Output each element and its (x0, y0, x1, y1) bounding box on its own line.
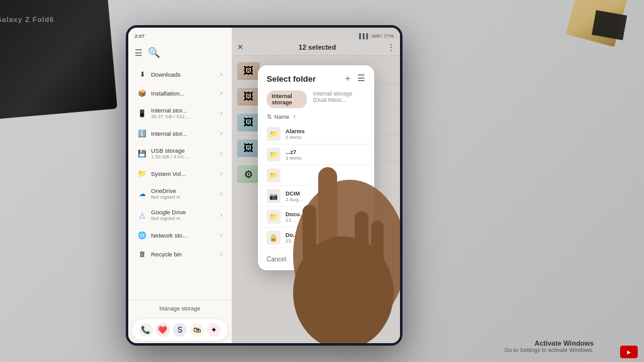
sidebar-item-downloads[interactable]: ⬇ Downloads (131, 65, 229, 83)
sidebar-item-internal1[interactable]: 📱 Internal stor...38.37 GB / 512... (131, 103, 229, 123)
network-icon: 🌐 (137, 230, 147, 240)
main-content: ✕ 12 selected ⋮ 🖼 2...UI Home.jpg 0.96 M… (232, 28, 400, 343)
sidebar-item-onedrive[interactable]: ☁ OneDriveNot signed in (131, 184, 229, 204)
sidebar-item-label-downloads: Downloads (151, 71, 180, 78)
hamburger-icon[interactable]: ☰ (135, 48, 143, 58)
sidebar-item-label-internal1: Internal stor...38.37 GB / 512... (151, 107, 189, 119)
sidebar-item-system[interactable]: 📁 System Vol... (131, 165, 229, 182)
sidebar-dock: 📞 ❤️ S 🛍 ✦ (132, 319, 228, 341)
dialog-actions: Cancel (258, 248, 374, 270)
sidebar: ☰ 🔍 ⬇ Downloads 📦 Installation... 📱 Inte… (128, 28, 232, 343)
dialog-file-list: 📁 Alarms 0 items 📁 ...z7 3 items (258, 123, 374, 248)
dialog-tab-dual-label: Internal storage (Dual Mess... (313, 90, 365, 108)
internal1-icon: 📱 (137, 108, 147, 118)
folder-do-icon: 🔒 (267, 231, 280, 244)
folder-dcim-info: DCIM 2 Aug... (286, 190, 303, 202)
dialog-menu-icon[interactable]: ☰ (357, 73, 365, 84)
downloads-icon: ⬇ (137, 69, 147, 79)
status-bar: 2:07 ▌▌▌ WiFi 77% (128, 30, 400, 41)
folder-do-info: Do... 23 ... (286, 232, 298, 244)
battery-indicator: 77% (384, 33, 394, 39)
dialog-header-icons: ＋ ☰ (343, 73, 365, 84)
youtube-icon[interactable] (620, 346, 638, 358)
folder-empty-icon: 📁 (267, 168, 280, 182)
sidebar-item-label-network: Network sto... (151, 232, 187, 239)
sidebar-item-label-usb: USB storage1.50 GB / 4.03 ... (151, 147, 189, 160)
dock-icon-phone[interactable]: 📞 (139, 323, 153, 337)
windows-activate-title: Activate Windows (504, 339, 594, 347)
dock-icon-red[interactable]: ✦ (207, 323, 221, 337)
wifi-icon: WiFi (372, 33, 382, 39)
phone-box-brand: Galaxy Z Fold6 (0, 16, 54, 23)
windows-activate-sub: Go to Settings to activate Windows. (504, 347, 594, 353)
dock-icon-heart[interactable]: ❤️ (156, 323, 170, 337)
usb-icon: 💾 (137, 148, 147, 158)
folder-z7-icon: 📁 (267, 148, 280, 162)
sidebar-item-internal2[interactable]: ℹ️ Internal stor... (131, 124, 229, 142)
dialog-folder-docs[interactable]: 📁 Docu... 23 ... (258, 207, 374, 228)
folder-do-name: Do... (286, 232, 298, 238)
sidebar-manage-storage[interactable]: Manage storage (128, 300, 231, 317)
sidebar-item-usb[interactable]: 💾 USB storage1.50 GB / 4.03 ... (131, 143, 229, 163)
folder-dcim-icon: 📷 (267, 189, 280, 203)
sidebar-item-label-onedrive: OneDriveNot signed in (151, 187, 180, 200)
dialog-header: Select folder ＋ ☰ (258, 65, 374, 88)
dialog-add-icon[interactable]: ＋ (343, 73, 352, 84)
sidebar-header: ☰ 🔍 (128, 47, 231, 65)
dialog-tab-internal[interactable]: Internal storage (267, 90, 307, 108)
folder-docs-name: Docu... (286, 211, 304, 217)
folder-alarms-count: 0 items (286, 134, 305, 140)
folder-z7-info: ...z7 3 items (286, 149, 302, 161)
windows-activation: Activate Windows Go to Settings to activ… (504, 339, 594, 353)
phone-box: Galaxy Z Fold6 (0, 0, 118, 119)
dialog-folder-empty[interactable]: 📁 (258, 165, 374, 186)
sidebar-item-network[interactable]: 🌐 Network sto... (131, 226, 229, 244)
sort-label: Name (274, 114, 289, 120)
signal-icon: ▌▌▌ (359, 33, 370, 39)
system-icon: 📁 (137, 168, 147, 178)
folder-do-count: 23 ... (286, 238, 298, 244)
folder-alarms-info: Alarms 0 items (286, 128, 305, 140)
phone-box-text: Galaxy Z Fold6 (0, 16, 54, 23)
folder-docs-icon: 📁 (267, 210, 280, 224)
tape2-decoration (592, 10, 627, 40)
sidebar-item-label-googledrive: Google DriveNot signed in (151, 209, 186, 221)
folder-dcim-count: 2 Aug... (286, 197, 303, 202)
status-icons: ▌▌▌ WiFi 77% (359, 33, 394, 39)
folder-z7-count: 3 items (286, 155, 302, 161)
folder-alarms-name: Alarms (286, 128, 305, 134)
phone-screen: 2:07 ▌▌▌ WiFi 77% ☰ 🔍 ⬇ Downloads 📦 Inst… (128, 28, 400, 343)
sidebar-item-recycle[interactable]: 🗑 Recycle bin (131, 245, 229, 263)
dock-icon-samsung[interactable]: S (173, 323, 187, 337)
dock-icon-store[interactable]: 🛍 (190, 323, 204, 337)
folder-docs-info: Docu... 23 ... (286, 211, 304, 223)
dialog-folder-dcim[interactable]: 📷 DCIM 2 Aug... (258, 186, 374, 207)
folder-z7-name: ...z7 (286, 149, 302, 155)
dialog-folder-z7[interactable]: 📁 ...z7 3 items (258, 145, 374, 165)
recycle-icon: 🗑 (137, 249, 147, 259)
dialog-overlay: Select folder ＋ ☰ Internal storage Inter… (232, 28, 400, 343)
status-time: 2:07 (135, 33, 145, 39)
onedrive-icon: ☁ (137, 189, 147, 199)
dialog-cancel-button[interactable]: Cancel (267, 253, 286, 265)
sidebar-item-label-recycle: Recycle bin (151, 251, 182, 258)
folder-alarms-icon: 📁 (267, 127, 280, 141)
googledrive-icon: △ (137, 210, 147, 220)
sidebar-item-installations[interactable]: 📦 Installation... (131, 84, 229, 102)
dialog-sort-bar[interactable]: ⇅ Name ↑ (258, 111, 374, 123)
sidebar-item-label-internal2: Internal stor... (151, 130, 187, 137)
sidebar-item-label-installations: Installation... (151, 90, 184, 97)
folder-docs-count: 23 ... (286, 217, 304, 223)
dialog-tabs: Internal storage Internal storage (Dual … (258, 88, 374, 111)
installations-icon: 📦 (137, 88, 147, 98)
internal2-icon: ℹ️ (137, 128, 147, 138)
sidebar-search-icon[interactable]: 🔍 (148, 47, 160, 58)
sort-arrow: ↑ (293, 113, 296, 120)
select-folder-dialog: Select folder ＋ ☰ Internal storage Inter… (258, 65, 374, 270)
folder-dcim-name: DCIM (286, 190, 303, 197)
sidebar-item-googledrive[interactable]: △ Google DriveNot signed in (131, 205, 229, 225)
dialog-folder-do[interactable]: 🔒 Do... 23 ... (258, 228, 374, 248)
sort-icon: ⇅ (267, 113, 272, 120)
phone-device: 2:07 ▌▌▌ WiFi 77% ☰ 🔍 ⬇ Downloads 📦 Inst… (126, 25, 402, 346)
dialog-folder-alarms[interactable]: 📁 Alarms 0 items (258, 124, 374, 145)
